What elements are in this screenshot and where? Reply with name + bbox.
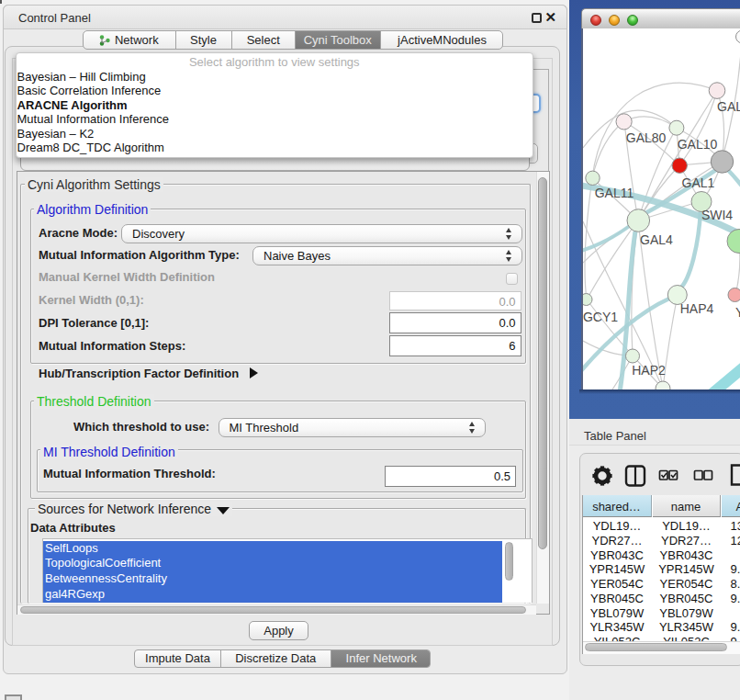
svg-text:HAP4: HAP4 (680, 301, 714, 316)
svg-text:GAL2: GAL2 (717, 99, 740, 114)
svg-text:GAL4: GAL4 (640, 232, 673, 247)
svg-text:GAL10: GAL10 (678, 137, 718, 152)
svg-text:GAL11: GAL11 (595, 186, 634, 200)
svg-text:GAL80: GAL80 (626, 130, 667, 145)
svg-text:GAL1: GAL1 (682, 175, 715, 190)
svg-text:HAP2: HAP2 (632, 363, 666, 378)
svg-text:YM: YM (735, 305, 740, 320)
svg-text:SWI4: SWI4 (701, 208, 733, 222)
svg-text:GCY1: GCY1 (583, 310, 618, 324)
